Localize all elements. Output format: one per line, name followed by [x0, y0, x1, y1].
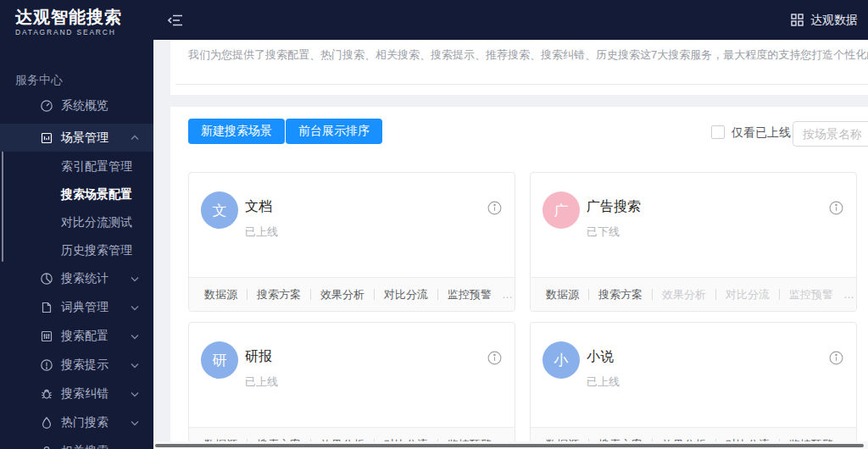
intro-panel: 我们为您提供了搜索配置、热门搜索、相关搜索、搜索提示、推荐搜索、搜索纠错、历史搜…: [170, 41, 868, 95]
logo: 达观智能搜索 DATAGRAND SEARCH: [0, 0, 153, 40]
scene-list-panel: 新建搜索场景 前台展示排序 仅看已上线 文 文档 已上线 数据源 搜索方案 效果…: [170, 107, 868, 449]
divider: [588, 289, 589, 300]
app-switcher-label: 达观数据: [810, 13, 858, 28]
sliders-icon: [40, 330, 53, 343]
sidebar-item-label: 场景管理: [61, 130, 108, 146]
sidebar-subitem-search-scene-config[interactable]: 搜索场景配置: [0, 180, 153, 208]
divider: [374, 289, 375, 300]
scene-icon: [40, 131, 53, 145]
sidebar-item-label: 相关搜索: [61, 444, 108, 449]
ab-split-link[interactable]: 对比分流: [384, 287, 428, 302]
chevron-down-icon: [131, 332, 139, 341]
datasource-link[interactable]: 数据源: [546, 287, 579, 302]
avatar: 研: [201, 341, 238, 379]
chevron-up-icon: [131, 134, 139, 142]
intro-text: 我们为您提供了搜索配置、热门搜索、相关搜索、搜索提示、推荐搜索、搜索纠错、历史搜…: [188, 47, 868, 63]
logo-title: 达观智能搜索: [15, 8, 153, 26]
sidebar-item-label: 热门搜索: [61, 415, 108, 430]
scene-card: 小 小说 已上线 数据源 搜索方案 效果分析 对比分流 监控预警 …: [530, 322, 857, 449]
info-circle-icon: [40, 358, 53, 372]
fire-icon: [40, 416, 53, 430]
sidebar-item-search-config[interactable]: 搜索配置: [0, 322, 153, 350]
sidebar-item-system-overview[interactable]: 系统概览: [0, 91, 153, 119]
bug-icon: [40, 387, 53, 401]
pie-chart-icon: [40, 272, 53, 285]
avatar: 小: [542, 341, 580, 379]
app-switcher[interactable]: 达观数据: [791, 0, 861, 40]
logo-subtitle: DATAGRAND SEARCH: [15, 28, 153, 36]
divider: [715, 289, 716, 300]
datasource-link[interactable]: 数据源: [204, 287, 237, 302]
scene-title[interactable]: 文档: [245, 198, 272, 216]
sidebar-item-search-correction[interactable]: 搜索纠错: [0, 380, 153, 407]
divider: [175, 84, 868, 85]
divider: [437, 289, 438, 300]
status-badge: 已上线: [245, 374, 278, 390]
ab-split-link: 对比分流: [726, 287, 770, 302]
sidebar-item-related-search[interactable]: 相关搜索: [0, 437, 153, 449]
sidebar-subitem-index-config[interactable]: 索引配置管理: [0, 152, 153, 180]
sidebar-item-label: 对比分流测试: [61, 215, 132, 230]
divider: [652, 289, 653, 300]
scene-title[interactable]: 小说: [587, 348, 614, 366]
appstore-grid-icon: [791, 14, 804, 26]
horizontal-scrollbar-thumb[interactable]: [155, 444, 864, 447]
avatar: 文: [201, 191, 238, 229]
info-circle-icon[interactable]: [829, 351, 843, 365]
effect-analysis-link: 效果分析: [662, 287, 706, 302]
sidebar-item-search-stats[interactable]: 搜索统计: [0, 264, 153, 292]
chevron-down-icon: [131, 274, 139, 283]
effect-analysis-link[interactable]: 效果分析: [320, 287, 364, 302]
sidebar-item-label: 搜索场景配置: [61, 187, 132, 202]
new-scene-button[interactable]: 新建搜索场景: [188, 119, 285, 144]
horizontal-scrollbar: [153, 441, 868, 449]
sidebar-item-label: 搜索提示: [61, 358, 108, 373]
scene-name-search-input[interactable]: [793, 121, 868, 147]
chevron-down-icon: [131, 419, 139, 427]
sidebar-subitem-ab-split-test[interactable]: 对比分流测试: [0, 208, 153, 236]
sidebar-item-label: 索引配置管理: [61, 159, 132, 175]
divider: [310, 289, 311, 300]
sidebar-item-label: 历史搜索管理: [61, 243, 132, 258]
card-footer: 数据源 搜索方案 效果分析 对比分流 监控预警 …: [189, 277, 515, 311]
avatar: 广: [542, 191, 580, 229]
info-circle-icon[interactable]: [487, 351, 502, 365]
front-display-sort-button[interactable]: 前台展示排序: [286, 119, 382, 144]
monitor-alert-link: 监控预警: [789, 287, 833, 302]
card-footer: 数据源 搜索方案 效果分析 对比分流 监控预警 …: [531, 277, 856, 311]
sidebar-item-dictionary[interactable]: 词典管理: [0, 293, 153, 321]
sidebar-item-search-suggest[interactable]: 搜索提示: [0, 351, 153, 379]
sidebar-item-label: 搜索纠错: [61, 386, 108, 402]
only-online-label[interactable]: 仅看已上线: [732, 125, 791, 141]
sidebar-subitem-history-search[interactable]: 历史搜索管理: [0, 236, 153, 264]
menu-fold-icon[interactable]: [168, 13, 183, 28]
search-plan-link[interactable]: 搜索方案: [257, 287, 301, 302]
divider: [779, 289, 780, 300]
scene-title[interactable]: 广告搜索: [587, 198, 641, 216]
info-circle-icon[interactable]: [829, 201, 843, 215]
scene-title[interactable]: 研报: [245, 348, 272, 366]
sidebar-item-scene-management[interactable]: 场景管理: [0, 124, 153, 152]
chevron-down-icon: [131, 361, 139, 369]
more-actions-icon[interactable]: …: [843, 288, 855, 301]
related-icon: [40, 445, 53, 449]
divider: [247, 289, 248, 300]
status-badge: 已上线: [587, 374, 620, 390]
sidebar-section-label: 服务中心: [15, 73, 63, 88]
sidebar: 达观智能搜索 DATAGRAND SEARCH 服务中心 系统概览 场景管理 索…: [0, 0, 153, 449]
monitor-alert-link[interactable]: 监控预警: [448, 287, 492, 302]
chevron-down-icon: [131, 390, 139, 398]
scene-card: 广 广告搜索 已下线 数据源 搜索方案 效果分析 对比分流 监控预警 …: [530, 172, 857, 312]
sidebar-item-label: 搜索配置: [61, 329, 108, 344]
scene-card: 研 研报 已上线 数据源 搜索方案 效果分析 对比分流 监控预警 …: [188, 322, 515, 449]
search-plan-link[interactable]: 搜索方案: [598, 287, 643, 302]
dashboard-icon: [40, 99, 53, 113]
more-actions-icon[interactable]: …: [502, 288, 514, 301]
info-circle-icon[interactable]: [487, 201, 502, 215]
status-badge: 已下线: [587, 224, 620, 240]
sidebar-item-label: 搜索统计: [61, 271, 108, 286]
only-online-checkbox[interactable]: [711, 125, 725, 139]
status-badge: 已上线: [245, 224, 278, 240]
scene-card: 文 文档 已上线 数据源 搜索方案 效果分析 对比分流 监控预警 …: [188, 172, 515, 312]
sidebar-item-hot-search[interactable]: 热门搜索: [0, 408, 153, 436]
